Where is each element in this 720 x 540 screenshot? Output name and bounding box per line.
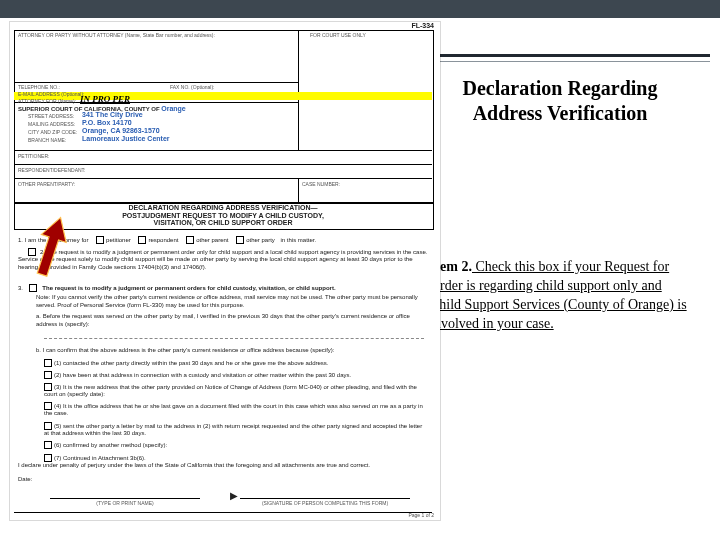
- email-label: E-MAIL ADDRESS (Optional):: [18, 91, 85, 97]
- petitioner-label: PETITIONER:: [18, 153, 49, 159]
- otherparty-label: OTHER PARENT/PARTY:: [18, 181, 76, 187]
- slide-title: Declaration Regarding Address Verificati…: [430, 76, 690, 126]
- slide-top-bar: [0, 0, 720, 18]
- perjury: I declare under penalty of perjury under…: [18, 462, 428, 468]
- in-pro-per: IN PRO PER: [80, 94, 130, 104]
- sig-right: (SIGNATURE OF PERSON COMPLETING THIS FOR…: [240, 500, 410, 506]
- fax-label: FAX NO. (Optional):: [170, 84, 214, 90]
- sig-left: (TYPE OR PRINT NAME): [50, 500, 200, 506]
- mailing: P.O. Box 14170: [82, 119, 132, 126]
- branch: Lamoreaux Justice Center: [82, 135, 170, 142]
- respondent-label: RESPONDENT/DEFENDANT:: [18, 167, 86, 173]
- cityzip-label: CITY AND ZIP CODE:: [28, 129, 77, 135]
- sig-caret-icon: ▶: [230, 490, 238, 501]
- form-code: FL-334: [411, 22, 434, 29]
- cityzip: Orange, CA 92863-1570: [82, 127, 160, 134]
- case-label: CASE NUMBER:: [302, 181, 340, 187]
- date-label: Date:: [18, 476, 32, 482]
- svg-marker-0: [30, 214, 73, 279]
- phone-label: TELEPHONE NO.:: [18, 84, 60, 90]
- page-number: Page 1 of 2: [408, 512, 434, 518]
- item3: 3. The request is to modify a judgment o…: [18, 284, 428, 462]
- branch-label: BRANCH NAME:: [28, 137, 66, 143]
- form-thumbnail: FL-334 ATTORNEY OR PARTY WITHOUT ATTORNE…: [10, 22, 440, 520]
- attyfor-label: ATTORNEY FOR (Name):: [18, 98, 76, 104]
- street-label: STREET ADDRESS:: [28, 113, 74, 119]
- mailing-label: MAILING ADDRESS:: [28, 121, 75, 127]
- street: 341 The City Drive: [82, 111, 143, 118]
- item2-callout: Item 2. Check this box if your Request f…: [430, 258, 690, 334]
- court-use: FOR COURT USE ONLY: [310, 32, 366, 38]
- atty-label: ATTORNEY OR PARTY WITHOUT ATTORNEY (Name…: [18, 32, 215, 38]
